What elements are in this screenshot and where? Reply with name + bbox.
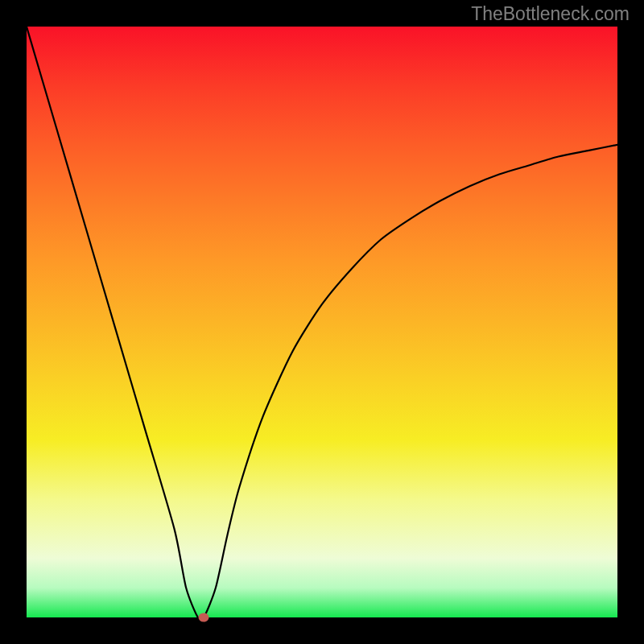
chart-frame: TheBottleneck.com	[0, 0, 644, 644]
bottleneck-curve-path	[27, 27, 617, 617]
marker-dot	[199, 613, 209, 622]
curve-svg	[27, 27, 617, 617]
plot-area	[27, 27, 617, 617]
watermark-text: TheBottleneck.com	[471, 3, 630, 25]
